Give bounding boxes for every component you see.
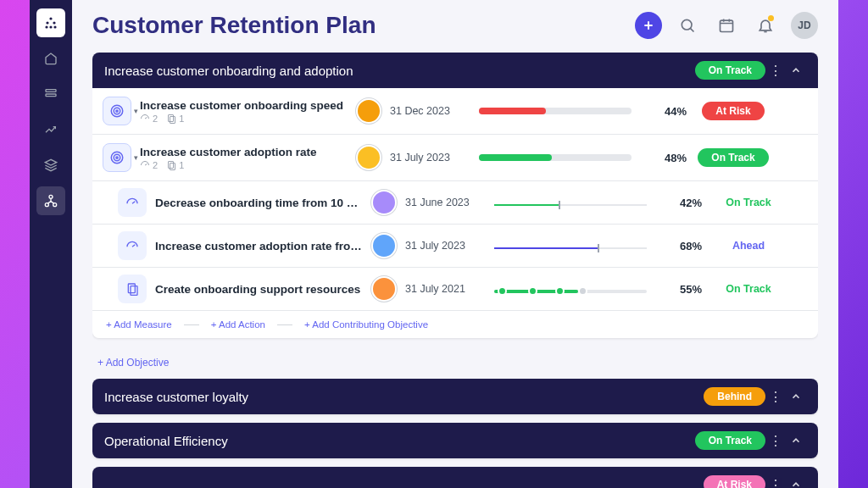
action-title: Create onboarding support resources [155,283,363,296]
due-date: 31 July 2023 [390,152,470,164]
target-icon: ▾ [103,143,131,172]
svg-rect-7 [46,94,56,97]
collapse-icon[interactable] [786,64,806,76]
assignee-avatar[interactable] [371,190,397,215]
user-avatar[interactable]: JD [791,12,818,39]
svg-point-15 [114,108,120,114]
progress-percent: 48% [640,152,687,164]
add-action-link[interactable]: + Add Action [211,319,265,330]
objective-title: Increase customer adoption rate [140,146,348,158]
add-measure-link[interactable]: + Add Measure [106,319,172,330]
svg-point-3 [45,25,47,28]
trend-icon[interactable] [36,115,65,144]
more-icon[interactable]: ⋮ [765,63,786,79]
svg-point-21 [116,157,118,158]
collapse-icon[interactable] [786,391,806,402]
section-header[interactable]: Operational Efficiency On Track ⋮ [92,423,818,458]
svg-point-2 [53,21,55,24]
progress-line [494,245,647,247]
calendar-icon[interactable] [713,12,740,39]
chevron-down-icon[interactable]: ▾ [134,107,138,115]
measure-row[interactable]: Increase customer adoption rate from… 31… [92,225,818,268]
due-date: 31 July 2021 [405,283,486,295]
collapse-icon[interactable] [786,479,806,488]
progress-percent: 55% [655,283,702,296]
add-objective-link[interactable]: + Add Objective [92,347,818,379]
assignee-avatar[interactable] [356,98,381,124]
objective-meta: 2 1 [140,160,348,170]
action-row[interactable]: Create onboarding support resources 31 J… [92,268,818,311]
svg-point-9 [49,195,53,198]
progress-percent: 68% [655,240,702,252]
objective-section: Increase customer onboarding and adoptio… [92,53,818,338]
more-icon[interactable]: ⋮ [765,477,786,489]
status-badge: On Track [695,61,765,80]
section-header[interactable]: Increase customer loyalty Behind ⋮ [92,379,818,414]
row-status: On Track [695,148,771,167]
org-chart-icon[interactable] [36,186,65,215]
svg-point-12 [682,19,692,30]
section-title: Operational Efficiency [104,434,695,448]
progress-line [494,202,647,203]
objective-meta: 2 1 [140,114,348,124]
layers-icon[interactable] [36,151,65,180]
row-status: On Track [710,197,787,208]
collapse-icon[interactable] [786,435,806,446]
app-logo-icon[interactable] [36,8,65,37]
more-icon[interactable]: ⋮ [765,389,786,405]
svg-rect-22 [169,161,174,168]
progress-percent: 42% [655,197,702,209]
bell-icon[interactable] [752,12,779,39]
svg-point-20 [114,154,120,161]
status-badge: Behind [704,387,765,406]
chevron-down-icon[interactable]: ▾ [134,153,138,162]
svg-rect-6 [46,90,56,92]
section-title: Increase customer loyalty [104,390,704,404]
svg-point-4 [49,25,52,28]
assignee-avatar[interactable] [371,276,397,302]
svg-point-1 [46,21,48,24]
gauge-icon [118,231,147,260]
search-icon[interactable] [674,12,701,39]
progress-dots [494,287,647,291]
section-header[interactable]: Increase customer onboarding and adoptio… [92,53,818,88]
objective-section: Increase customer loyalty Behind ⋮ [92,379,818,414]
svg-rect-18 [170,116,175,123]
progress-percent: 44% [640,105,687,118]
measure-title: Decrease onboarding time from 10 days… [155,197,363,209]
add-contributing-link[interactable]: + Add Contributing Objective [304,319,428,330]
header: Customer Retention Plan JD [92,12,818,39]
row-status: At Risk [695,102,771,120]
svg-point-0 [49,17,52,19]
assignee-avatar[interactable] [356,145,381,170]
row-status: Ahead [710,240,787,252]
assignee-avatar[interactable] [371,233,397,258]
svg-rect-24 [128,284,135,293]
svg-point-19 [111,152,123,164]
svg-marker-8 [45,159,56,165]
section-title: Increase customer onboarding and adoptio… [104,64,695,78]
measure-row[interactable]: Decrease onboarding time from 10 days… 3… [92,181,818,225]
sidebar [30,0,72,488]
objective-row[interactable]: ▾ Increase customer adoption rate 2 1 31… [92,135,818,181]
row-status: On Track [710,283,787,295]
gauge-icon [118,188,147,217]
home-icon[interactable] [36,44,65,73]
more-icon[interactable]: ⋮ [765,433,786,449]
svg-point-5 [53,25,56,28]
svg-rect-23 [170,163,175,169]
svg-rect-17 [169,114,174,121]
add-links: + Add Measure + Add Action + Add Contrib… [92,311,818,338]
add-button[interactable] [635,12,662,39]
objective-section: Operational Efficiency On Track ⋮ [92,423,818,458]
measure-title: Increase customer adoption rate from… [155,240,363,252]
page-title: Customer Retention Plan [92,12,376,39]
status-badge: On Track [695,431,765,450]
objective-row[interactable]: ▾ Increase customer onboarding speed 2 1… [92,88,818,135]
section-header[interactable]: At Risk ⋮ [92,467,818,488]
svg-rect-13 [721,20,733,31]
due-date: 31 Dec 2023 [390,105,470,117]
list-icon[interactable] [36,80,65,108]
objective-title: Increase customer onboarding speed [140,99,348,112]
due-date: 31 June 2023 [405,197,486,208]
